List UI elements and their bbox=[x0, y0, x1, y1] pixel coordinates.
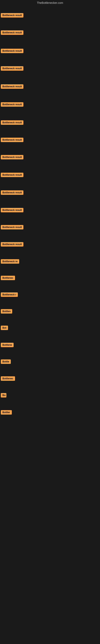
bottleneck-badge-9[interactable]: Bottleneck result bbox=[1, 155, 23, 160]
bottleneck-badge-15[interactable]: Bottleneck re bbox=[1, 259, 19, 264]
bottleneck-badge-2[interactable]: Bottleneck result bbox=[1, 30, 23, 35]
bottleneck-badge-14[interactable]: Bottleneck result bbox=[1, 242, 23, 246]
bottleneck-badge-13[interactable]: Bottleneck result bbox=[1, 225, 23, 230]
bottleneck-badge-8[interactable]: Bottleneck result bbox=[1, 138, 23, 142]
bottleneck-badge-16[interactable]: Bottlenec bbox=[1, 276, 15, 280]
bottleneck-badge-20[interactable]: Bottlene bbox=[1, 343, 14, 347]
bottleneck-badge-4[interactable]: Bottleneck result bbox=[1, 66, 23, 71]
bottleneck-badge-6[interactable]: Bottleneck result bbox=[1, 102, 23, 107]
bottleneck-badge-22[interactable]: Bottlenec bbox=[1, 376, 15, 381]
bottleneck-badge-17[interactable]: Bottleneck r bbox=[1, 292, 18, 297]
bottleneck-badge-3[interactable]: Bottleneck result bbox=[1, 49, 23, 53]
site-title: TheBottlenecker.com bbox=[0, 0, 100, 6]
bottleneck-badge-11[interactable]: Bottleneck result bbox=[1, 190, 23, 195]
bottleneck-badge-21[interactable]: Bottle bbox=[1, 360, 11, 364]
bottleneck-badge-7[interactable]: Bottleneck result bbox=[1, 120, 23, 125]
bottleneck-badge-24[interactable]: Bottler bbox=[1, 410, 12, 414]
bottleneck-badge-12[interactable]: Bottleneck result bbox=[1, 208, 23, 212]
bottleneck-badge-18[interactable]: Bottlen bbox=[1, 309, 12, 314]
bottleneck-badge-10[interactable]: Bottleneck result bbox=[1, 173, 23, 177]
bottleneck-badge-19[interactable]: Bot bbox=[1, 326, 8, 330]
bottleneck-badge-23[interactable]: Bo bbox=[1, 393, 6, 398]
bottleneck-badge-5[interactable]: Bottleneck result bbox=[1, 84, 23, 89]
bottleneck-badge-1[interactable]: Bottleneck result bbox=[1, 13, 23, 18]
